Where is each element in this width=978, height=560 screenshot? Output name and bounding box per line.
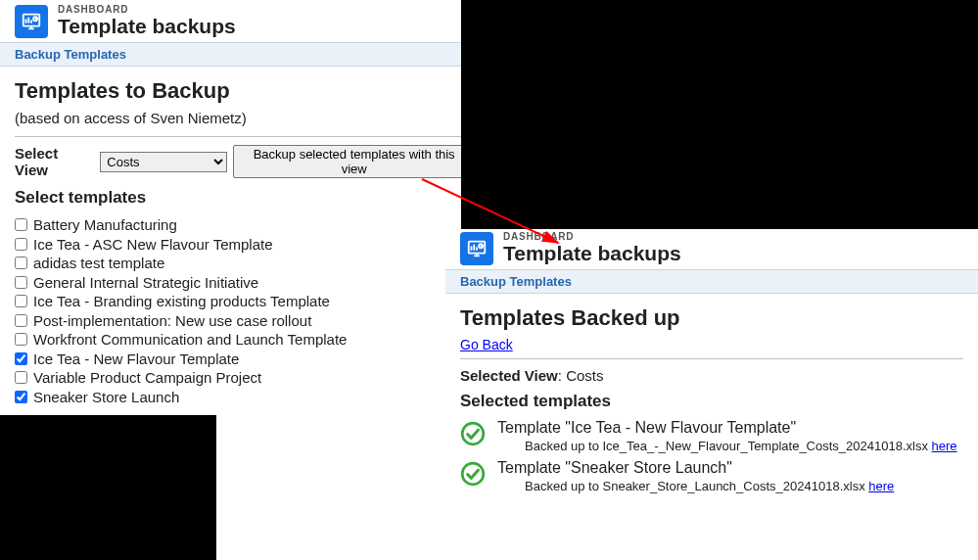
template-item: Sneaker Store Launch (15, 388, 475, 407)
template-item: Ice Tea - New Flavour Template (15, 350, 475, 369)
template-label: Ice Tea - Branding existing products Tem… (33, 292, 330, 311)
view-select[interactable]: Costs (100, 152, 227, 172)
template-checkbox[interactable] (15, 295, 27, 307)
template-checkbox[interactable] (15, 333, 27, 346)
divider (15, 136, 475, 137)
result-title: Template "Ice Tea - New Flavour Template… (497, 419, 957, 437)
template-item: adidas test template (15, 254, 475, 273)
template-label: adidas test template (33, 254, 164, 273)
template-checkbox[interactable] (15, 218, 27, 231)
panel-result: DASHBOARD Template backups Backup Templa… (445, 227, 978, 507)
page-title: Template backups (503, 242, 681, 265)
backup-button[interactable]: Backup selected templates with this view (233, 145, 475, 178)
section-header: Backup Templates (445, 269, 978, 294)
template-label: Ice Tea - ASC New Flavour Template (33, 235, 273, 255)
template-checkbox[interactable] (15, 352, 27, 365)
panel-heading: Templates to Backup (15, 78, 475, 104)
svg-point-8 (462, 423, 484, 444)
access-note: (based on access of Sven Niemetz) (15, 110, 475, 126)
template-label: General Internal Strategic Initiative (33, 273, 258, 293)
template-checkbox[interactable] (15, 391, 27, 403)
success-icon (460, 461, 486, 487)
result-filename: Sneaker_Store_Launch_Costs_20241018.xlsx (603, 479, 869, 493)
breadcrumb: DASHBOARD (58, 4, 236, 15)
result-item: Template "Ice Tea - New Flavour Template… (460, 419, 963, 453)
section-header: Backup Templates (0, 42, 489, 67)
template-checkbox[interactable] (15, 371, 27, 384)
template-item: General Internal Strategic Initiative (15, 273, 475, 293)
header: DASHBOARD Template backups (0, 0, 489, 42)
template-checkbox[interactable] (15, 257, 27, 269)
template-item: Post-implementation: New use case rollou… (15, 311, 475, 331)
selected-view: Selected View: Costs (460, 367, 963, 384)
selected-templates-heading: Selected templates (460, 392, 963, 411)
page-title: Template backups (58, 15, 236, 38)
result-item: Template "Sneaker Store Launch"Backed up… (460, 459, 963, 493)
template-item: Ice Tea - Branding existing products Tem… (15, 292, 475, 311)
result-detail: Backed up to Sneaker_Store_Launch_Costs_… (497, 479, 894, 493)
go-back-link[interactable]: Go Back (460, 337, 513, 352)
template-checkbox[interactable] (15, 276, 27, 289)
template-item: Workfront Communication and Launch Templ… (15, 330, 475, 350)
success-icon (460, 421, 486, 446)
dashboard-icon (460, 232, 493, 265)
template-label: Ice Tea - New Flavour Template (33, 350, 239, 369)
view-selector-row: Select View Costs Backup selected templa… (15, 145, 475, 178)
template-label: Workfront Communication and Launch Templ… (33, 330, 347, 350)
panel-heading: Templates Backed up (460, 305, 963, 331)
select-templates-heading: Select templates (15, 188, 475, 208)
template-item: Battery Manufacturing (15, 215, 475, 235)
template-list: Battery ManufacturingIce Tea - ASC New F… (15, 215, 475, 406)
result-list: Template "Ice Tea - New Flavour Template… (460, 419, 963, 493)
template-item: Ice Tea - ASC New Flavour Template (15, 235, 475, 255)
select-view-label: Select View (15, 145, 94, 178)
result-title: Template "Sneaker Store Launch" (497, 459, 894, 477)
template-label: Sneaker Store Launch (33, 388, 179, 407)
redaction-box (0, 415, 216, 560)
header: DASHBOARD Template backups (445, 227, 978, 269)
result-detail: Backed up to Ice_Tea_-_New_Flavour_Templ… (497, 439, 957, 453)
template-label: Battery Manufacturing (33, 215, 177, 235)
download-link[interactable]: here (932, 439, 957, 453)
dashboard-icon (15, 5, 48, 38)
svg-point-9 (462, 463, 484, 485)
panel-select: DASHBOARD Template backups Backup Templa… (0, 0, 489, 418)
divider (460, 358, 963, 359)
breadcrumb: DASHBOARD (503, 231, 681, 242)
redaction-box (461, 0, 978, 229)
template-item: Variable Product Campaign Project (15, 368, 475, 388)
download-link[interactable]: here (868, 479, 894, 493)
template-checkbox[interactable] (15, 238, 27, 251)
template-checkbox[interactable] (15, 314, 27, 327)
template-label: Variable Product Campaign Project (33, 368, 261, 388)
result-filename: Ice_Tea_-_New_Flavour_Template_Costs_202… (603, 439, 932, 453)
template-label: Post-implementation: New use case rollou… (33, 311, 311, 331)
